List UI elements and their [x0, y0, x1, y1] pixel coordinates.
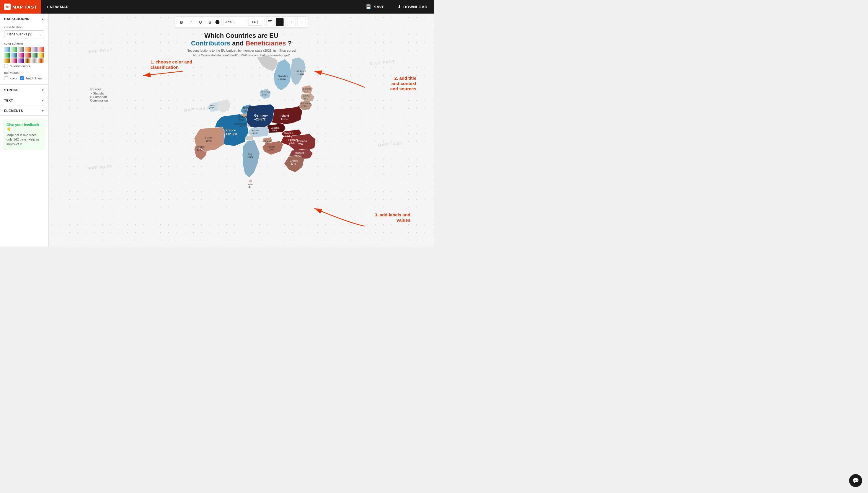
background-section-header[interactable]: BACKGROUND ▲: [0, 14, 48, 24]
separator-1: [221, 19, 221, 25]
strikethrough-button[interactable]: S: [206, 18, 214, 26]
null-color-checkbox[interactable]: [4, 77, 8, 80]
logo[interactable]: M MAP FAST: [0, 0, 41, 14]
underline-button[interactable]: U: [196, 18, 204, 26]
scheme-gold[interactable]: [4, 59, 10, 63]
latvia-value: -860: [303, 98, 308, 100]
main-layout: BACKGROUND ▲ classification Fisher-Jenks…: [0, 14, 434, 246]
null-values-label: null values: [4, 71, 44, 74]
valign-top-button[interactable]: ↑: [287, 18, 296, 26]
align-button[interactable]: [266, 18, 274, 26]
reverse-colors-checkbox[interactable]: [4, 64, 8, 68]
font-size-input[interactable]: 14 ▲ ▼: [248, 19, 262, 26]
text-section: TEXT ▼: [0, 95, 48, 105]
svg-rect-1: [268, 22, 271, 22]
scheme-gray[interactable]: [18, 47, 24, 52]
annotation-3: 3. add labels and values: [360, 212, 410, 223]
portugal-value: -3132: [196, 149, 202, 151]
france-value: +12 380: [225, 132, 237, 136]
scheme-pink[interactable]: [18, 53, 24, 58]
bulgaria-label: Bulgaria: [295, 152, 304, 154]
malta-value: -14: [248, 186, 251, 188]
spain-label: Spain: [204, 136, 212, 139]
romania-value: -4069: [297, 143, 304, 145]
italic-button[interactable]: I: [187, 18, 195, 26]
luxembourg-label: Luxembourg: [234, 123, 246, 125]
nav-right: 💾 SAVE ⬇ DOWNLOAD: [359, 0, 434, 14]
estonia-label: Estonia: [303, 88, 311, 90]
latvia-label: Latvia: [303, 94, 309, 97]
luxembourg-value: -2020: [239, 125, 245, 128]
stroke-section-header[interactable]: STROKE ▼: [0, 85, 48, 95]
download-button[interactable]: ⬇ DOWNLOAD: [391, 0, 434, 14]
scheme-blue[interactable]: [4, 47, 10, 52]
feedback-title[interactable]: Give your feedback 👋: [6, 123, 42, 131]
romania-label: Romania: [297, 140, 307, 143]
norway-path[interactable]: [257, 56, 278, 71]
scheme-teal[interactable]: [31, 53, 38, 58]
text-title: TEXT: [4, 99, 13, 102]
reverse-colors-label: reverse colors: [10, 64, 30, 68]
valign-bottom-button[interactable]: ↓: [297, 18, 305, 26]
sweden-label: Sweden: [278, 74, 288, 78]
scheme-green[interactable]: [11, 47, 17, 52]
slovenia-label: Slovenia: [264, 140, 272, 143]
font-select[interactable]: Arial ⌄: [223, 19, 247, 25]
color-scheme-row-1[interactable]: [4, 47, 44, 52]
scheme-darkgreen[interactable]: [4, 53, 10, 58]
toolbar: B I U S Arial ⌄ 14 ▲ ▼: [175, 17, 308, 28]
text-color-box[interactable]: [276, 18, 284, 26]
scheme-red[interactable]: [38, 47, 44, 52]
scheme-orange[interactable]: [24, 47, 31, 52]
bold-button[interactable]: B: [177, 18, 186, 26]
greece-label: Greece: [290, 160, 298, 163]
nav-left: M MAP FAST + NEW MAP: [0, 0, 74, 14]
belgium-label: Belgium: [238, 116, 246, 119]
belgium-value: -2950: [238, 119, 244, 122]
scheme-diverging-warm[interactable]: [24, 59, 31, 63]
hatch-lines-checkbox[interactable]: [20, 76, 24, 80]
scheme-yellow[interactable]: [38, 53, 44, 58]
greece-value: -4278: [290, 163, 297, 165]
color-scheme-row-3[interactable]: [4, 59, 44, 63]
scheme-violet[interactable]: [18, 59, 24, 63]
font-chevron-icon: ⌄: [234, 21, 236, 24]
text-section-header[interactable]: TEXT ▼: [0, 95, 48, 105]
background-title: BACKGROUND: [4, 17, 29, 21]
croatia-value: -1746: [267, 149, 274, 151]
null-values-row: color hatch lines: [4, 76, 44, 80]
scheme-lightblue[interactable]: [11, 53, 17, 58]
croatia-label: Croatia: [267, 146, 276, 149]
font-size-value: 14: [252, 20, 255, 24]
ireland-label: Ireland: [209, 104, 216, 107]
background-chevron: ▲: [41, 17, 44, 21]
classification-select[interactable]: Fisher-Jenks (9) ⌄: [4, 30, 44, 38]
italy-label: Italy: [248, 153, 253, 155]
elements-section-header[interactable]: ELEMENTS ▼: [0, 105, 48, 115]
color-circle[interactable]: [215, 20, 219, 24]
scheme-purple[interactable]: [31, 47, 38, 52]
map-title-text: Which Countries are EU: [204, 32, 278, 39]
color-scheme-row-2[interactable]: [4, 53, 44, 58]
scheme-rose[interactable]: [11, 59, 17, 63]
annotation-1: 1. choose color and classification: [151, 59, 201, 70]
map-area[interactable]: B I U S Arial ⌄ 14 ▲ ▼: [49, 14, 434, 246]
elements-title: ELEMENTS: [4, 109, 23, 112]
scheme-salmon[interactable]: [24, 53, 31, 58]
top-navigation: M MAP FAST + NEW MAP 💾 SAVE ⬇ DOWNLOAD: [0, 0, 434, 14]
slovenia-value: -386: [264, 143, 268, 145]
svg-rect-0: [268, 20, 272, 21]
scheme-diverging-gray[interactable]: [31, 59, 38, 63]
denmark-value: +1766: [260, 94, 267, 97]
new-map-button[interactable]: + NEW MAP: [41, 5, 74, 9]
stroke-title: STROKE: [4, 88, 19, 92]
scheme-diverging-orange[interactable]: [38, 59, 44, 63]
malta-label: Malta: [248, 183, 253, 186]
sidebar: BACKGROUND ▲ classification Fisher-Jenks…: [0, 14, 49, 246]
italy-path[interactable]: [242, 140, 260, 178]
denmark-path[interactable]: [260, 89, 271, 99]
map-title-line1: Which Countries are EU: [153, 32, 330, 40]
save-button[interactable]: 💾 SAVE: [359, 0, 391, 14]
malta-path[interactable]: [249, 179, 253, 183]
austria-value: +1540: [252, 132, 259, 135]
